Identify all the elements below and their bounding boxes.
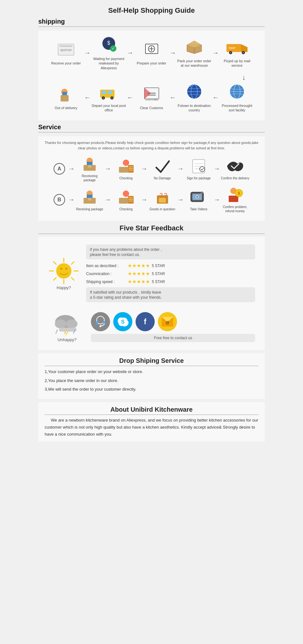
- svc-receive-b: Receiving package: [75, 188, 104, 211]
- svg-rect-74: [159, 198, 166, 203]
- drop-item-3: 3,We will send the order to your custome…: [45, 386, 258, 393]
- happy-content: Happy? if you have any problems about th…: [45, 241, 258, 305]
- arrow-1: →: [84, 49, 91, 56]
- five-star-title: Five Star Feedback: [38, 224, 265, 234]
- main-title: Self-Help Shopping Guide: [38, 6, 265, 15]
- svc-receive-a-icon: [80, 155, 99, 173]
- arrow-b0: →: [68, 196, 75, 203]
- pickup-label: Picjed up by mail service: [219, 59, 255, 68]
- star-label-2: Coumnication :: [86, 272, 128, 276]
- about-title: About Unibird Kitchenware: [45, 406, 258, 415]
- svg-text:CUSTOMS: CUSTOMS: [145, 98, 158, 101]
- service-content: Thanks for choosing apeman products.Plea…: [38, 136, 265, 221]
- about-section: About Unibird Kitchenware We are a newbo…: [38, 402, 265, 442]
- row-a-label: A: [54, 163, 65, 175]
- star-count-3: 5 STAR: [152, 280, 165, 284]
- contact-bubble: Free free to contact us: [91, 334, 255, 342]
- star-count-1: 5 STAR: [152, 264, 165, 268]
- svg-marker-16: [241, 44, 248, 52]
- star-bubble-top: if you have any problems about the order…: [86, 244, 255, 259]
- svg-rect-49: [88, 165, 91, 168]
- svc-confirm-a-label: Confirm the delivery: [221, 176, 249, 180]
- svg-text:?: ?: [164, 192, 167, 198]
- svg-point-98: [66, 319, 78, 328]
- svc-question-b-label: Goods in question: [150, 207, 175, 211]
- star-row-2: Coumnication : ★★★★★ 5 STAR: [86, 271, 255, 277]
- arrow-left-4: ←: [212, 94, 219, 101]
- svg-rect-48: [87, 162, 92, 165]
- svg-text:apeman: apeman: [60, 48, 72, 52]
- shipping-flow: apeman Receive your order → $ ✓: [38, 31, 265, 120]
- headset-icon: [91, 312, 110, 331]
- service-desc: Thanks for choosing apeman products.Plea…: [41, 140, 262, 151]
- svc-nodmg-a-icon: [153, 157, 172, 175]
- pack-icon: [183, 38, 205, 57]
- svc-sign-a-label: Sign for package: [187, 176, 211, 180]
- svg-point-80: [201, 192, 203, 193]
- receive-icon: apeman: [55, 40, 77, 59]
- depart-label: Depart your local post office: [91, 103, 126, 113]
- svc-refund-b: $ Confirm problem, refund money: [221, 186, 249, 213]
- service-section: Service Thanks for choosing apeman produ…: [38, 124, 265, 221]
- svg-line-101: [56, 330, 57, 333]
- svg-point-42: [192, 84, 193, 85]
- arrow-b4: →: [214, 196, 220, 203]
- star-row-1: Item as described : ★★★★★ 5 STAR: [86, 263, 255, 269]
- svg-point-19: [230, 52, 231, 53]
- svg-point-106: [100, 325, 101, 327]
- about-text: We are a newborn kitchenware brand on Al…: [45, 417, 258, 438]
- svc-video-b: Take Videos: [184, 188, 213, 211]
- svc-sign-a: Sign for package: [184, 157, 213, 180]
- page: Self-Help Shopping Guide shipping apeman…: [32, 0, 271, 448]
- arrow-a3: →: [177, 165, 184, 172]
- svc-sign-a-icon: [189, 157, 208, 175]
- svc-receive-b-label: Receiving package: [76, 207, 103, 211]
- star-info: if you have any problems about the order…: [86, 244, 255, 302]
- svc-check-b: Checking: [112, 188, 140, 211]
- flow-item-destination: Folown to destination country: [177, 82, 212, 113]
- svg-text:$: $: [238, 191, 240, 196]
- service-row-b: B → Receiving package →: [41, 186, 262, 213]
- svg-point-50: [123, 160, 129, 166]
- payment-label: Waiting for payment realeased by Aliexpr…: [91, 56, 126, 70]
- svc-video-b-icon: [189, 188, 208, 206]
- arrow-a2: →: [141, 165, 147, 172]
- svg-line-91: [71, 262, 74, 264]
- arrow-left-2: ←: [127, 94, 133, 101]
- contact-icons-row: S f: [91, 312, 255, 331]
- svg-rect-51: [119, 167, 128, 173]
- outdelivery-icon: [55, 85, 77, 104]
- drop-title: Drop Shiping Service: [45, 357, 258, 366]
- svc-question-b-icon: ? ?: [153, 188, 172, 206]
- pickup-icon: FAST: [226, 38, 248, 57]
- drop-item-1: 1,Your customer place order on your webs…: [45, 369, 258, 375]
- svc-nodmg-a: No Damage: [148, 157, 177, 180]
- service-row-a: A → Receiveing package →: [41, 155, 262, 182]
- stars-2: ★★★★★: [128, 271, 150, 277]
- flow-item-pack: Pack your order order at our warehouse: [177, 38, 212, 68]
- happy-label: Happy?: [57, 285, 71, 290]
- drop-shipping-section: Drop Shiping Service 1,Your customer pla…: [38, 353, 265, 399]
- svg-rect-104: [96, 321, 98, 325]
- svg-rect-82: [229, 196, 238, 202]
- svg-point-93: [56, 263, 71, 279]
- svg-point-97: [55, 319, 66, 328]
- shipping-section: shipping apeman Receive your order →: [38, 18, 265, 120]
- prepare-icon: [140, 40, 163, 59]
- svg-text:@: @: [166, 320, 169, 325]
- svg-text:FAST: FAST: [229, 47, 236, 49]
- svg-rect-28: [107, 91, 112, 94]
- contact-area: S f: [91, 312, 255, 342]
- svg-rect-24: [62, 92, 67, 95]
- receive-label: Receive your order: [51, 61, 81, 65]
- svg-point-94: [60, 268, 62, 270]
- unhappy-area: Unhappy?: [48, 312, 86, 342]
- unhappy-label: Unhappy?: [57, 337, 76, 342]
- email-icon: @: [158, 312, 177, 331]
- svg-rect-66: [119, 198, 128, 204]
- customs-label: Clear Customs: [140, 106, 163, 110]
- svc-question-b: ? ? Goods in question: [148, 188, 177, 211]
- drop-item-2: 2,You place the same order in our store.: [45, 378, 258, 384]
- flow-item-prepare: Prepare your order: [134, 40, 169, 65]
- svc-check-a-label: Checking: [119, 176, 133, 180]
